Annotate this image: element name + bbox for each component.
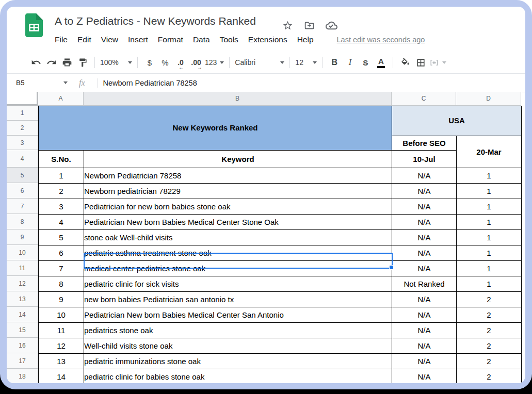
before-rank-cell[interactable]: N/A — [392, 245, 457, 260]
format-currency-button[interactable]: $ — [143, 55, 156, 70]
before-date-cell[interactable]: 10-Jul — [392, 150, 457, 168]
row-header-cell[interactable]: 12 — [7, 276, 38, 291]
sno-cell[interactable]: 11 — [39, 322, 84, 338]
menu-item[interactable]: View — [101, 35, 118, 44]
undo-button[interactable] — [29, 55, 43, 70]
select-all-corner[interactable] — [7, 92, 38, 106]
after-rank-cell[interactable]: 1 — [457, 214, 522, 229]
font-size-select[interactable]: 12 — [295, 55, 317, 70]
after-rank-cell[interactable]: 1 — [457, 168, 522, 183]
sno-cell[interactable]: 6 — [39, 245, 84, 260]
row-header-cell[interactable]: 9 — [7, 229, 38, 245]
sno-cell[interactable]: 5 — [39, 229, 84, 245]
after-rank-cell[interactable]: 1 — [457, 245, 522, 260]
keyword-cell[interactable]: Newborn pediatrician 78229 — [84, 183, 392, 199]
before-rank-cell[interactable]: N/A — [392, 183, 457, 199]
keyword-cell[interactable]: Well-child visits stone oak — [84, 338, 392, 353]
before-rank-cell[interactable]: N/A — [392, 353, 457, 369]
before-rank-cell[interactable]: N/A — [392, 307, 457, 322]
document-title[interactable]: A to Z Pediatrics - New Keywords Ranked — [55, 15, 256, 27]
row-header-cell[interactable]: 4 — [7, 150, 38, 168]
before-rank-cell[interactable]: N/A — [392, 229, 457, 245]
after-date-cell[interactable]: 20-Mar — [457, 136, 522, 168]
after-rank-cell[interactable]: 2 — [457, 291, 522, 307]
keyword-cell[interactable]: pediatric asthma treatment stone oak — [84, 245, 392, 260]
sno-cell[interactable]: 8 — [39, 276, 84, 291]
keyword-cell[interactable]: new born babies Pediatrician san antonio… — [84, 291, 392, 307]
row-header-cell[interactable]: 2 — [7, 121, 38, 136]
before-rank-cell[interactable]: Not Ranked — [392, 276, 457, 291]
sno-cell[interactable]: 9 — [39, 291, 84, 307]
bold-button[interactable]: B — [328, 55, 341, 70]
strikethrough-button[interactable]: S — [359, 55, 372, 70]
increase-decimal-button[interactable]: .00→ — [189, 55, 203, 70]
row-header-cell[interactable]: 1 — [7, 106, 38, 121]
before-rank-cell[interactable]: N/A — [392, 369, 457, 383]
menu-item[interactable]: Tools — [220, 35, 238, 44]
redo-button[interactable] — [45, 55, 58, 70]
decrease-decimal-button[interactable]: .0← — [174, 55, 187, 70]
before-rank-cell[interactable]: N/A — [392, 199, 457, 214]
format-percent-button[interactable]: % — [158, 55, 172, 70]
row-header-cell[interactable]: 10 — [7, 245, 38, 260]
menu-item[interactable]: File — [55, 35, 68, 44]
keyword-cell[interactable]: pediatric clinic for sick visits — [84, 276, 392, 291]
before-rank-cell[interactable]: N/A — [392, 260, 457, 276]
keyword-cell[interactable]: stone oak Well-child visits — [84, 229, 392, 245]
row-header-cell[interactable]: 14 — [7, 307, 38, 322]
menu-item[interactable]: Format — [158, 35, 183, 44]
keyword-cell[interactable]: Pediatrician for new born babies stone o… — [84, 199, 392, 214]
before-rank-cell[interactable]: N/A — [392, 291, 457, 307]
after-rank-cell[interactable]: 2 — [457, 307, 522, 322]
paint-format-button[interactable] — [76, 55, 89, 70]
before-rank-cell[interactable]: N/A — [392, 168, 457, 183]
cloud-saved-icon[interactable] — [326, 20, 337, 31]
fill-color-button[interactable] — [398, 55, 412, 70]
sno-cell[interactable]: 13 — [39, 353, 84, 369]
last-edit-status[interactable]: Last edit was seconds ago — [337, 36, 425, 44]
borders-button[interactable] — [414, 55, 427, 70]
keyword-cell[interactable]: pediatric clinic for babies stone oak — [84, 369, 392, 383]
menu-item[interactable]: Data — [193, 35, 210, 44]
column-header-d[interactable]: D — [456, 92, 521, 106]
after-rank-cell[interactable]: 2 — [457, 369, 522, 383]
zoom-select[interactable]: 100% — [100, 55, 132, 70]
row-header-cell[interactable]: 7 — [7, 199, 38, 214]
font-family-select[interactable]: Calibri — [235, 55, 284, 70]
menu-item[interactable]: Insert — [128, 35, 148, 44]
row-header-cell[interactable]: 16 — [7, 338, 38, 353]
keyword-cell[interactable]: pediatric immunizations stone oak — [84, 353, 392, 369]
row-header-cell[interactable]: 6 — [7, 183, 38, 199]
before-rank-cell[interactable]: N/A — [392, 338, 457, 353]
region-cell[interactable]: USA — [392, 106, 522, 136]
keyword-cell[interactable]: pediatrics stone oak — [84, 322, 392, 338]
name-box[interactable]: B5 — [7, 79, 68, 87]
menu-item[interactable]: Extensions — [248, 35, 287, 44]
print-button[interactable] — [60, 55, 74, 70]
column-header-b[interactable]: B — [84, 92, 392, 106]
after-rank-cell[interactable]: 1 — [457, 183, 522, 199]
row-header-cell[interactable]: 3 — [7, 136, 38, 150]
column-header-c[interactable]: C — [392, 92, 456, 106]
text-color-button[interactable]: A — [374, 55, 388, 70]
menu-item[interactable]: Edit — [77, 35, 91, 44]
after-rank-cell[interactable]: 2 — [457, 353, 522, 369]
row-header-cell[interactable]: 17 — [7, 353, 38, 369]
row-header-cell[interactable]: 13 — [7, 291, 38, 307]
after-rank-cell[interactable]: 1 — [457, 260, 522, 276]
star-icon[interactable] — [282, 20, 293, 31]
keyword-cell[interactable]: Newborn Pediatrician 78258 — [84, 168, 392, 183]
after-rank-cell[interactable]: 2 — [457, 322, 522, 338]
column-header-a[interactable]: A — [38, 92, 84, 106]
keyword-cell[interactable]: Pediatrician New born Babies Medical Cen… — [84, 307, 392, 322]
before-rank-cell[interactable]: N/A — [392, 322, 457, 338]
sno-cell[interactable]: 1 — [39, 168, 84, 183]
sno-cell[interactable]: 12 — [39, 338, 84, 353]
row-header-cell[interactable]: 11 — [7, 260, 38, 276]
menu-item[interactable]: Help — [297, 35, 314, 44]
sno-cell[interactable]: 2 — [39, 183, 84, 199]
keyword-cell[interactable]: Pediatrician New born Babies Medical Cen… — [84, 214, 392, 229]
sno-cell[interactable]: 4 — [39, 214, 84, 229]
number-format-button[interactable]: 123 — [205, 55, 224, 70]
row-header-cell[interactable]: 15 — [7, 322, 38, 338]
